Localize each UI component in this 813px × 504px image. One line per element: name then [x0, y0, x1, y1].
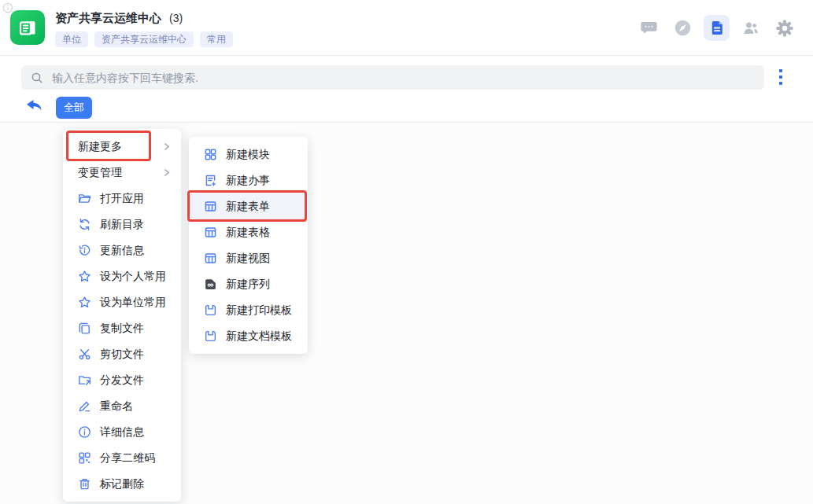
menu-item-label: 分享二维码: [100, 451, 155, 465]
context-menu: 新建更多 变更管理 打开应用 刷新目录 更新信息 设为个人常用 设为单位常用 复…: [63, 129, 181, 502]
menu-item-open-app[interactable]: 打开应用: [63, 186, 181, 212]
refresh-icon: [78, 218, 91, 231]
page-title: 资产共享云运维中心: [55, 11, 161, 26]
submenu-item-new-form[interactable]: 新建表单: [189, 193, 308, 219]
trash-icon: [78, 477, 91, 491]
menu-item-label: 新建打印模板: [226, 304, 292, 318]
submenu-item-new-print-template[interactable]: 新建打印模板: [189, 297, 308, 323]
search-icon: [31, 72, 43, 84]
menu-item-change-mgmt[interactable]: 变更管理: [63, 160, 181, 186]
tag-common: 常用: [200, 31, 233, 47]
menu-item-label: 复制文件: [100, 322, 144, 336]
chevron-right-icon: [162, 142, 171, 151]
users-icon[interactable]: [737, 15, 763, 41]
menu-item-cut-file[interactable]: 剪切文件: [63, 341, 181, 367]
doc-template-icon: [204, 329, 217, 343]
submenu-item-new-module[interactable]: 新建模块: [189, 142, 308, 167]
menu-item-personal-favorite[interactable]: 设为个人常用: [63, 263, 181, 289]
update-info-icon: [78, 244, 91, 257]
building-icon: [17, 17, 39, 39]
print-template-icon: [204, 304, 217, 317]
tag-list: 单位 资产共享云运维中心 常用: [55, 31, 233, 47]
menu-item-label: 标记删除: [100, 477, 144, 491]
menu-item-unit-favorite[interactable]: 设为单位常用: [63, 289, 181, 315]
distribute-folder-icon: [78, 373, 91, 387]
menu-item-label: 更新信息: [100, 244, 144, 258]
settings-icon[interactable]: [771, 15, 797, 41]
menu-item-label: 重命名: [100, 399, 133, 414]
menu-item-new-more[interactable]: 新建更多: [63, 134, 181, 160]
menu-item-label: 新建序列: [226, 278, 270, 292]
scissors-icon: [78, 348, 91, 361]
submenu-item-new-doc-template[interactable]: 新建文档模板: [189, 323, 308, 349]
submenu-item-new-task[interactable]: 新建办事: [189, 167, 308, 193]
copy-icon: [78, 322, 91, 335]
compass-icon[interactable]: [670, 15, 696, 41]
form-table-icon: [204, 200, 217, 213]
star-icon: [78, 270, 91, 283]
menu-item-share-qr[interactable]: 分享二维码: [63, 445, 181, 471]
header-actions: [636, 15, 797, 41]
star-icon: [78, 296, 91, 309]
folder-open-icon: [78, 192, 91, 205]
qr-code-icon: [78, 451, 91, 465]
menu-item-label: 刷新目录: [100, 218, 144, 232]
menu-item-label: 新建模块: [226, 148, 270, 162]
menu-item-label: 新建表单: [226, 200, 270, 214]
module-grid-icon: [204, 148, 217, 161]
doc-plus-icon: [204, 174, 217, 187]
menu-item-label: 新建办事: [226, 174, 270, 188]
menu-item-label: 新建文档模板: [226, 329, 292, 344]
tag-unit: 单位: [55, 31, 88, 47]
view-table-icon: [204, 252, 217, 265]
search-bar: [21, 65, 764, 90]
menu-item-label: 新建视图: [226, 252, 270, 266]
document-icon[interactable]: [704, 15, 730, 41]
chevron-right-icon: [162, 168, 171, 177]
menu-item-mark-delete[interactable]: 标记删除: [63, 471, 181, 497]
tag-center: 资产共享云运维中心: [94, 31, 194, 47]
menu-item-label: 变更管理: [78, 166, 122, 180]
menu-item-rename[interactable]: 重命名: [63, 393, 181, 419]
submenu-item-new-sequence[interactable]: 新建序列: [189, 271, 308, 297]
new-more-submenu: 新建模块 新建办事 新建表单 新建表格 新建视图 新建序列 新建打印模板 新建文…: [189, 137, 308, 354]
search-input[interactable]: [50, 71, 755, 85]
table-icon: [204, 226, 217, 239]
more-vertical-icon[interactable]: [779, 69, 782, 85]
menu-item-details[interactable]: 详细信息: [63, 419, 181, 445]
menu-item-label: 设为个人常用: [100, 270, 166, 284]
info-circle-icon: [78, 425, 91, 439]
corner-info-icon: [2, 2, 13, 13]
sequence-icon: [204, 278, 217, 291]
app-logo: [10, 10, 45, 45]
menu-item-label: 剪切文件: [100, 348, 144, 362]
app-header: 资产共享云运维中心 (3) 单位 资产共享云运维中心 常用: [0, 0, 813, 56]
menu-item-label: 设为单位常用: [100, 296, 166, 310]
menu-item-label: 新建更多: [78, 140, 122, 154]
back-arrow-icon[interactable]: [24, 96, 45, 116]
title-count: (3): [169, 12, 183, 24]
menu-item-distribute-file[interactable]: 分发文件: [63, 367, 181, 393]
message-icon[interactable]: [636, 15, 662, 41]
menu-item-copy-file[interactable]: 复制文件: [63, 315, 181, 341]
menu-item-label: 详细信息: [100, 425, 144, 440]
submenu-item-new-view[interactable]: 新建视图: [189, 245, 308, 271]
menu-item-label: 分发文件: [100, 373, 144, 388]
menu-item-update-info[interactable]: 更新信息: [63, 237, 181, 263]
menu-item-refresh[interactable]: 刷新目录: [63, 212, 181, 237]
rename-pencil-icon: [78, 399, 91, 413]
filter-all-button[interactable]: 全部: [56, 97, 92, 119]
menu-item-label: 新建表格: [226, 226, 270, 240]
submenu-item-new-table[interactable]: 新建表格: [189, 219, 308, 245]
menu-item-label: 打开应用: [100, 192, 144, 206]
